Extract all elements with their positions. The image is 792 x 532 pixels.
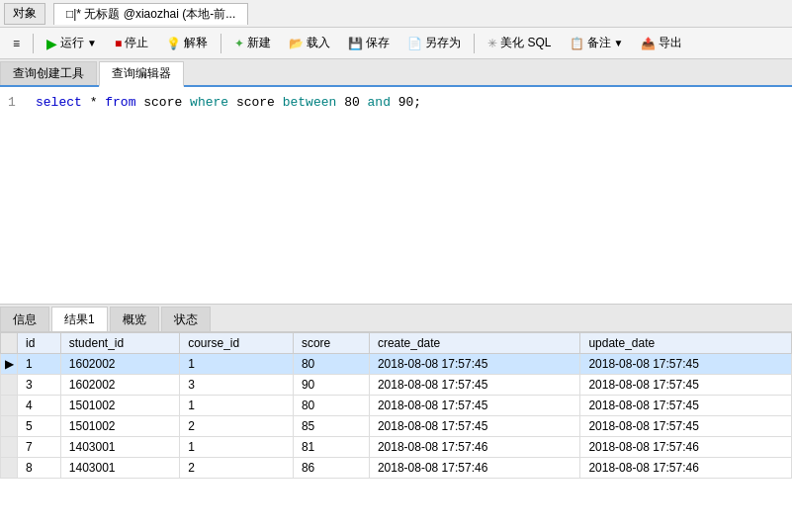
kw-and: and [368,95,391,110]
table-row[interactable]: 415010021802018-08-08 17:57:452018-08-08… [1,396,792,416]
object-label: 对象 [13,5,37,22]
cell-score: 90 [293,375,369,396]
tab-overview[interactable]: 概览 [110,307,159,331]
new-label: 新建 [247,35,271,51]
cell-course-id: 2 [180,458,294,479]
cell-score: 81 [293,437,369,458]
cell-create-date: 2018-08-08 17:57:45 [369,375,580,396]
save-label: 保存 [366,35,390,51]
cell-course-id: 3 [180,375,294,396]
tab-result1[interactable]: 结果1 [51,307,108,331]
cell-create-date: 2018-08-08 17:57:46 [369,437,580,458]
comment-dropdown-icon: ▼ [614,38,624,48]
run-label: 运行 [60,35,84,51]
tab-query-builder[interactable]: 查询创建工具 [0,61,97,85]
code-content: select * from score where score between … [36,93,784,113]
save-button[interactable]: 💾 保存 [341,32,396,55]
cell-course-id: 1 [180,354,294,375]
export-icon: 📤 [641,37,656,50]
comment-label: 备注 [587,35,611,51]
beautify-label: 美化 SQL [500,35,551,51]
col-marker [1,333,18,354]
cell-id: 5 [18,416,61,437]
row-marker [1,416,18,437]
load-button[interactable]: 📂 载入 [282,32,337,55]
export-button[interactable]: 📤 导出 [634,32,689,55]
cell-student-id: 1501002 [60,416,179,437]
toolbar-separator-2 [220,34,221,53]
editor-tab-title[interactable]: □|* 无标题 @xiaozhai (本地-前... [53,3,248,25]
kw-from: from [105,95,135,110]
cell-update-date: 2018-08-08 17:57:45 [580,416,792,437]
new-icon: ✦ [234,37,244,50]
row-marker: ▶ [1,354,18,375]
cell-id: 7 [18,437,61,458]
cell-score: 85 [293,416,369,437]
cell-update-date: 2018-08-08 17:57:45 [580,354,792,375]
object-panel-label[interactable]: 对象 [4,3,45,25]
tab-result1-label: 结果1 [64,311,95,328]
beautify-button[interactable]: ✳ 美化 SQL [481,32,558,55]
col-create-date: create_date [369,333,580,354]
explain-button[interactable]: 💡 解释 [159,32,215,55]
run-dropdown-icon: ▼ [87,38,97,48]
table-row[interactable]: 814030012862018-08-08 17:57:462018-08-08… [1,458,792,479]
row-marker [1,396,18,416]
cell-update-date: 2018-08-08 17:57:45 [580,396,792,416]
load-label: 载入 [307,35,330,51]
tab-status[interactable]: 状态 [161,307,211,331]
line-number-1: 1 [8,93,24,113]
table-row[interactable]: 316020023902018-08-08 17:57:452018-08-08… [1,375,792,396]
col-score: score [293,333,369,354]
tab-overview-label: 概览 [123,311,146,328]
editor-area[interactable]: 1 select * from score where score betwee… [0,87,792,305]
menu-button[interactable]: ≡ [6,32,27,55]
run-button[interactable]: ▶ 运行 ▼ [40,32,104,55]
tab-info[interactable]: 信息 [0,307,49,331]
cell-create-date: 2018-08-08 17:57:45 [369,396,580,416]
cell-create-date: 2018-08-08 17:57:45 [369,416,580,437]
saveas-label: 另存为 [425,35,461,51]
export-label: 导出 [659,35,682,51]
kw-between: between [283,95,337,110]
table-row[interactable]: ▶116020021802018-08-08 17:57:452018-08-0… [1,354,792,375]
title-bar: 对象 □|* 无标题 @xiaozhai (本地-前... [0,0,792,28]
tab-query-editor-label: 查询编辑器 [112,65,171,82]
load-icon: 📂 [289,37,304,50]
result-tabs: 信息 结果1 概览 状态 [0,305,792,332]
menu-icon: ≡ [13,37,20,50]
cell-score: 80 [293,354,369,375]
query-tabs: 查询创建工具 查询编辑器 [0,59,792,87]
stop-button[interactable]: ■ 停止 [108,32,155,55]
cell-score: 86 [293,458,369,479]
row-marker [1,375,18,396]
cell-course-id: 1 [180,437,294,458]
comment-icon: 📋 [570,37,584,50]
cell-update-date: 2018-08-08 17:57:46 [580,458,792,479]
col-update-date: update_date [580,333,792,354]
cell-student-id: 1501002 [60,396,179,416]
new-button[interactable]: ✦ 新建 [227,32,278,55]
cell-create-date: 2018-08-08 17:57:46 [369,458,580,479]
table-row[interactable]: 515010022852018-08-08 17:57:452018-08-08… [1,416,792,437]
cell-update-date: 2018-08-08 17:57:46 [580,437,792,458]
cell-course-id: 1 [180,396,294,416]
col-course-id: course_id [180,333,294,354]
tab-title-text: □|* 无标题 @xiaozhai (本地-前... [66,6,235,23]
save-icon: 💾 [348,37,363,50]
toolbar: ≡ ▶ 运行 ▼ ■ 停止 💡 解释 ✦ 新建 📂 载入 💾 保存 📄 另存为 … [0,28,792,59]
kw-select: select [36,95,82,110]
table-row[interactable]: 714030011812018-08-08 17:57:462018-08-08… [1,437,792,458]
saveas-icon: 📄 [407,37,422,50]
row-marker [1,437,18,458]
explain-icon: 💡 [166,37,181,50]
tab-query-editor[interactable]: 查询编辑器 [99,61,184,87]
comment-button[interactable]: 📋 备注 ▼ [563,32,631,55]
tab-query-builder-label: 查询创建工具 [13,65,84,82]
saveas-button[interactable]: 📄 另存为 [400,32,468,55]
cell-student-id: 1403001 [60,437,179,458]
toolbar-separator-3 [474,34,475,53]
cell-student-id: 1403001 [60,458,179,479]
row-marker [1,458,18,479]
cell-score: 80 [293,396,369,416]
